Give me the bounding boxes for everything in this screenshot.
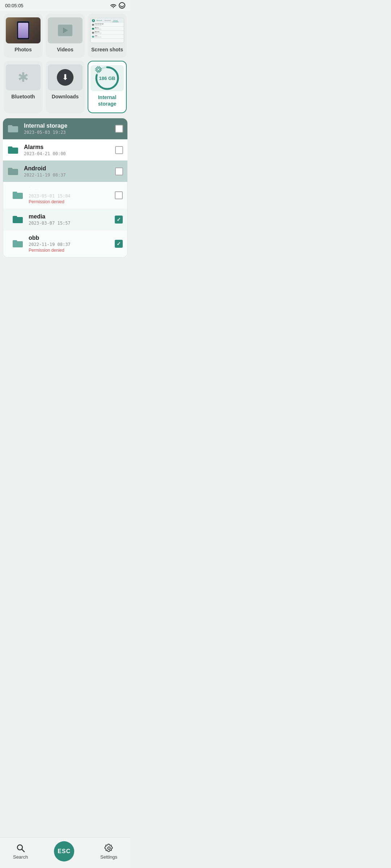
file-item-internal-storage[interactable]: Internal storage 2023-05-03 19:23 bbox=[3, 118, 127, 139]
internal-storage-info: Internal storage 2023-05-03 19:23 bbox=[24, 123, 110, 135]
obb-info: obb 2022-11-19 08:37 Permission denied bbox=[29, 235, 110, 253]
folder-icon-data bbox=[12, 190, 24, 200]
folder-icon-alarms bbox=[7, 145, 19, 155]
file-list: Internal storage 2023-05-03 19:23 Alarms… bbox=[3, 118, 127, 258]
grid-item-downloads[interactable]: ⬇ Downloads bbox=[46, 61, 85, 113]
file-item-obb[interactable]: obb 2022-11-19 08:37 Permission denied ✓ bbox=[3, 230, 127, 257]
screenshots-label: Screen shots bbox=[91, 46, 123, 53]
android-date: 2022-11-19 08:37 bbox=[24, 173, 110, 178]
downloads-thumbnail: ⬇ bbox=[48, 64, 83, 90]
android-subfolders: data 2023-05-01 15:04 Permission denied … bbox=[3, 182, 127, 258]
svg-rect-4 bbox=[97, 68, 100, 71]
downloads-label: Downloads bbox=[52, 93, 79, 100]
folder-icon-internal bbox=[7, 124, 19, 134]
grid-item-photos[interactable]: Photos bbox=[4, 14, 43, 58]
obb-checkmark: ✓ bbox=[117, 241, 121, 246]
alarms-date: 2023-04-21 00:00 bbox=[24, 151, 110, 156]
alarms-checkbox[interactable] bbox=[115, 146, 123, 154]
internal-storage-name: Internal storage bbox=[24, 123, 110, 129]
android-info: Android 2022-11-19 08:37 bbox=[24, 165, 110, 178]
video-camera-icon bbox=[58, 25, 72, 36]
media-checkmark: ✓ bbox=[117, 217, 121, 222]
data-name: data bbox=[29, 186, 110, 193]
svg-point-0 bbox=[119, 3, 125, 8]
obb-name: obb bbox=[29, 235, 110, 241]
obb-checkbox[interactable]: ✓ bbox=[115, 240, 123, 248]
data-permission-error: Permission denied bbox=[29, 199, 110, 204]
media-date: 2023-03-07 15:57 bbox=[29, 221, 110, 226]
data-checkbox[interactable] bbox=[115, 191, 123, 199]
folder-icon-obb bbox=[12, 239, 24, 249]
videos-label: Videos bbox=[57, 46, 73, 53]
data-date: 2023-05-01 15:04 bbox=[29, 193, 110, 199]
bluetooth-label: Bluetooth bbox=[11, 93, 35, 100]
status-time: 00:05:05 bbox=[5, 3, 24, 8]
wifi-icon bbox=[110, 3, 117, 8]
alarms-info: Alarms 2023-04-21 00:00 bbox=[24, 144, 110, 156]
internal-storage-thumbnail: 186 GB bbox=[91, 65, 124, 91]
status-icons bbox=[110, 2, 125, 9]
status-bar: 00:05:05 bbox=[0, 0, 130, 11]
file-item-android[interactable]: Android 2022-11-19 08:37 bbox=[3, 161, 127, 182]
internal-storage-date: 2023-05-03 19:23 bbox=[24, 130, 110, 135]
network-icon bbox=[119, 2, 125, 9]
file-item-media[interactable]: media 2023-03-07 15:57 ✓ bbox=[3, 209, 127, 230]
grid-item-bluetooth[interactable]: ✱ Bluetooth bbox=[4, 61, 43, 113]
file-item-data[interactable]: data 2023-05-01 15:04 Permission denied bbox=[3, 182, 127, 209]
obb-date: 2022-11-19 08:37 bbox=[29, 242, 110, 247]
photos-label: Photos bbox=[14, 46, 31, 53]
media-checkbox[interactable]: ✓ bbox=[115, 216, 123, 224]
storage-size: 186 GB bbox=[99, 76, 115, 81]
obb-permission-error: Permission denied bbox=[29, 248, 110, 253]
media-name: media bbox=[29, 213, 110, 220]
android-checkbox[interactable] bbox=[115, 167, 123, 175]
data-info: data 2023-05-01 15:04 Permission denied bbox=[29, 186, 110, 204]
media-info: media 2023-03-07 15:57 bbox=[29, 213, 110, 226]
chip-icon bbox=[94, 65, 102, 73]
svg-rect-3 bbox=[96, 67, 101, 72]
alarms-name: Alarms bbox=[24, 144, 110, 150]
android-name: Android bbox=[24, 165, 110, 172]
media-grid: Photos Videos Bluetooth Do bbox=[0, 11, 130, 116]
screenshots-thumbnail: Bluetooth Downloads Internal Internal st… bbox=[90, 17, 125, 43]
folder-icon-android bbox=[7, 166, 19, 176]
grid-item-videos[interactable]: Videos bbox=[46, 14, 85, 58]
download-circle-icon: ⬇ bbox=[57, 69, 73, 86]
grid-item-internal-storage[interactable]: 186 GB Internal storage bbox=[88, 61, 127, 113]
videos-thumbnail bbox=[48, 17, 83, 43]
internal-storage-checkbox[interactable] bbox=[115, 125, 123, 133]
grid-item-screenshots[interactable]: Bluetooth Downloads Internal Internal st… bbox=[88, 14, 127, 58]
bluetooth-thumbnail: ✱ bbox=[6, 64, 41, 90]
file-item-alarms[interactable]: Alarms 2023-04-21 00:00 bbox=[3, 139, 127, 161]
folder-icon-media bbox=[12, 214, 24, 225]
bluetooth-icon: ✱ bbox=[18, 70, 29, 85]
photos-thumbnail bbox=[6, 17, 41, 43]
internal-storage-label: Internal storage bbox=[91, 94, 124, 107]
